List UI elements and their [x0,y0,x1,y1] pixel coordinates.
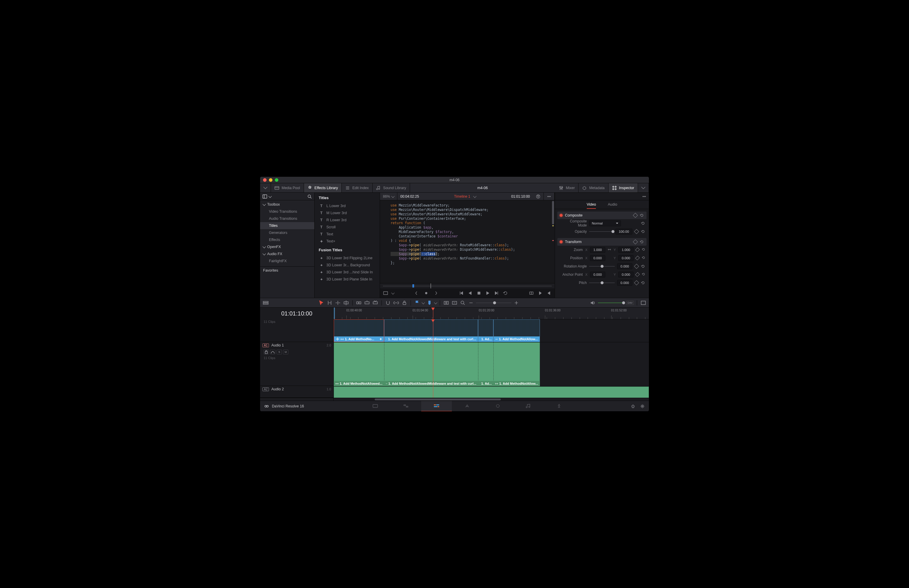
composite-mode-select[interactable]: Normal [589,220,621,226]
timeline-zoom-slider[interactable] [476,300,511,306]
safe-area-menu[interactable] [391,291,394,294]
marker-menu[interactable] [434,301,437,304]
title-preset[interactable]: TR Lower 3rd [316,216,378,224]
toolbox-item[interactable]: Effects [260,236,314,243]
rotation-keyframe[interactable] [634,264,639,269]
timeline-dropdown-icon[interactable] [473,194,476,198]
toolbox-item[interactable]: Video Transitions [260,208,314,215]
viewer-zoom-button[interactable]: 86% [380,193,397,200]
minimize-window-button[interactable] [269,178,273,182]
go-last-button[interactable] [494,291,499,296]
zoom-in-button[interactable] [513,300,520,306]
stop-button[interactable] [476,291,481,296]
zoom-keyframe[interactable] [635,247,640,252]
title-preset[interactable]: TL Lower 3rd [316,202,378,210]
loop-button[interactable] [503,291,508,296]
fullscreen-window-button[interactable] [275,178,278,182]
panel-layout-icon[interactable] [262,194,267,199]
title-preset[interactable]: TM Lower 3rd [316,210,378,216]
page-color[interactable] [483,401,513,411]
home-button[interactable] [631,404,635,409]
page-edit[interactable] [421,401,452,411]
audio1-mute-button[interactable]: M [283,350,288,354]
safe-area-button[interactable] [383,291,388,296]
dim-button[interactable]: DIM [626,301,634,305]
page-deliver[interactable] [544,401,575,411]
zoom-y-value[interactable]: 1.000 [618,247,634,253]
audio1-curve-button[interactable] [270,350,275,354]
audio1-lock-button[interactable] [264,350,269,354]
anchor-keyframe[interactable] [635,272,640,277]
rotation-reset[interactable] [641,264,645,269]
opacity-reset[interactable] [641,229,645,234]
play-reverse-button[interactable] [467,291,473,296]
blade-tool[interactable] [343,300,349,306]
viewer-scrollbar[interactable] [552,201,554,283]
play-button[interactable] [485,291,491,296]
inspector-more-icon[interactable] [642,194,647,199]
position-reset[interactable] [641,256,646,260]
transform-keyframe-button[interactable] [633,239,638,244]
search-icon[interactable] [307,194,312,199]
dynamic-trim-tool[interactable] [334,300,341,306]
mixer-toggle[interactable]: Mixer [555,183,579,192]
inspector-tab-audio[interactable]: Audio [608,200,617,209]
viewer-scrubber[interactable] [380,283,555,288]
opacity-slider[interactable] [589,229,613,234]
anchor-reset[interactable] [641,272,646,277]
toolbox-item[interactable]: Generators [260,229,314,236]
audio1-tag[interactable]: A1 [262,344,269,347]
mark-in-button[interactable] [538,291,543,296]
fusion-title-preset[interactable]: ✦3D Lower 3rd ...hind Slide In [316,269,378,276]
replace-clip-button[interactable] [372,300,378,306]
zoom-custom-button[interactable] [460,300,466,306]
rotation-value[interactable]: 0.000 [617,263,633,269]
close-window-button[interactable] [263,178,266,182]
edit-index-toggle[interactable]: Edit Index [342,183,373,192]
trim-tool[interactable] [326,300,333,306]
position-keyframe[interactable] [635,256,640,260]
opacity-keyframe[interactable] [634,229,639,234]
pitch-slider[interactable] [589,280,615,286]
expand-timeline-button[interactable] [640,300,647,306]
toolbox-item[interactable]: Titles [260,222,314,229]
audio-clip-label[interactable]: 1. Add MethodNotAllowedMiddleware and te… [384,381,478,386]
video-clip[interactable]: 1. Add MethodNotAllow... [493,319,539,342]
toolbox-item[interactable]: Audio Transitions [260,215,314,222]
composite-reset-button[interactable] [639,213,644,218]
video-clip[interactable]: 1. Add MethodNo...✦ [334,319,384,342]
page-fairlight[interactable] [513,401,544,411]
layout-menu-button[interactable] [260,183,271,192]
title-preset[interactable]: TText [316,231,378,238]
timeline-horizontal-scrollbar[interactable] [334,398,649,401]
audio-clip-label[interactable]: 1. Ad... [478,381,493,386]
audio2-tag[interactable]: A2 [262,388,269,391]
lock-toggle[interactable] [401,300,408,306]
fusion-title-preset[interactable]: ✦3D Lower 3rd Plane Slide In [316,276,378,283]
link-toggle[interactable] [393,300,399,306]
marker-button[interactable] [426,300,433,306]
insert-clip-button[interactable] [355,300,362,306]
fusion-title-preset[interactable]: ✦3D Lower 3rd Flipping 2Line [316,255,378,262]
audio-clip-label[interactable]: 1. Add MethodNotAllowed... [334,381,384,386]
rotation-slider[interactable] [589,263,615,269]
inspector-toggle[interactable]: Inspector [609,183,638,192]
add-keyframe-button[interactable] [423,291,429,296]
page-fusion[interactable] [452,401,483,411]
zoom-detail-button[interactable] [451,300,458,306]
timeline-name[interactable]: Timeline 1 [454,194,470,199]
match-frame-button[interactable] [529,291,534,296]
page-cut[interactable] [391,401,421,411]
go-first-button[interactable] [459,291,464,296]
anchor-x-value[interactable]: 0.000 [590,271,605,278]
toolbox-item[interactable]: Audio FX [260,250,314,257]
opacity-value[interactable]: 100.00 [615,229,633,234]
zoom-full-button[interactable] [443,300,449,306]
audio1-solo-button[interactable]: S [276,350,282,354]
viewer-options-color-button[interactable] [533,193,544,200]
zoom-out-button[interactable] [468,300,474,306]
snap-toggle[interactable] [385,300,391,306]
panel-menu-button[interactable] [268,194,271,198]
transform-reset-button[interactable] [639,239,644,244]
position-x-value[interactable]: 0.000 [590,255,605,261]
